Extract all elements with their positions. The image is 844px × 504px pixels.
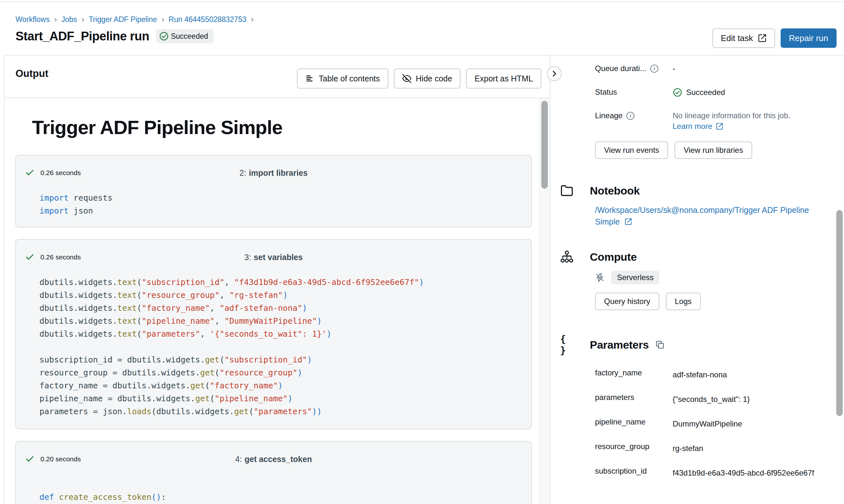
braces-icon: { } bbox=[560, 334, 574, 356]
status-badge-label: Succeeded bbox=[171, 32, 208, 41]
repair-run-label: Repair run bbox=[789, 33, 828, 43]
parameters-section-header: { } Parameters bbox=[560, 334, 835, 356]
cell-code: import requestsimport json bbox=[16, 192, 531, 228]
external-link-icon bbox=[624, 218, 632, 226]
check-circle-icon bbox=[673, 88, 682, 97]
compute-section-header: Compute bbox=[560, 250, 835, 264]
cell-code: def create_access_token(): """ bbox=[16, 491, 531, 504]
toc-label: Table of contents bbox=[319, 74, 380, 83]
breadcrumb-separator: › bbox=[162, 15, 164, 24]
cell-number: 2: bbox=[240, 168, 246, 177]
parameters-section-title: Parameters bbox=[590, 339, 649, 351]
repair-run-button[interactable]: Repair run bbox=[781, 29, 837, 48]
table-of-contents-button[interactable]: Table of contents bbox=[297, 69, 389, 89]
cell-title-text: get access_token bbox=[244, 454, 312, 464]
lineage-row: Lineage No lineage information for this … bbox=[595, 110, 835, 131]
breadcrumb-run-id[interactable]: Run 464455028832753 bbox=[169, 15, 246, 24]
serverless-badge: Serverless bbox=[611, 271, 659, 284]
info-icon[interactable] bbox=[626, 112, 635, 120]
collapse-panel-button[interactable] bbox=[547, 66, 562, 81]
status-label: Status bbox=[595, 88, 617, 96]
view-run-libraries-button[interactable]: View run libraries bbox=[674, 142, 752, 159]
parameter-value: DummyWaitPipeline bbox=[673, 416, 742, 430]
parameter-row: parameters {"seconds_to_wait": 1} bbox=[595, 392, 835, 406]
serverless-bolt-off-icon bbox=[595, 273, 605, 282]
view-run-libraries-label: View run libraries bbox=[684, 146, 743, 155]
query-history-button[interactable]: Query history bbox=[595, 293, 659, 310]
hide-code-label: Hide code bbox=[416, 74, 452, 83]
cell-title: 3:set variables bbox=[16, 253, 531, 262]
notebook-title: Trigger ADF Pipeline Simple bbox=[32, 116, 539, 139]
eye-off-icon bbox=[402, 74, 411, 83]
cell-title: 4:get access_token bbox=[16, 454, 531, 464]
compute-section-title: Compute bbox=[590, 251, 637, 263]
breadcrumb: Workflows › Jobs › Trigger ADF Pipeline … bbox=[16, 15, 844, 24]
output-panel: Output Table of contents bbox=[4, 56, 550, 504]
status-value: Succeeded bbox=[686, 88, 725, 97]
info-icon[interactable] bbox=[650, 65, 658, 73]
notebook-cell-get-access-token: 0.20 seconds 4:get access_token def crea… bbox=[15, 441, 532, 504]
run-header: Workflows › Jobs › Trigger ADF Pipeline … bbox=[4, 2, 844, 56]
export-html-label: Export as HTML bbox=[475, 74, 533, 83]
list-icon bbox=[305, 74, 314, 83]
folder-icon bbox=[560, 184, 574, 197]
learn-more-link[interactable]: Learn more bbox=[673, 122, 712, 131]
cell-number: 3: bbox=[244, 253, 251, 262]
notebook-scrollbar-track[interactable] bbox=[539, 98, 550, 504]
breadcrumb-job-name[interactable]: Trigger ADF Pipeline bbox=[89, 15, 157, 24]
parameter-value: {"seconds_to_wait": 1} bbox=[673, 392, 750, 406]
parameter-row: subscription_id f43d1b9d-e6a3-49d5-abcd-… bbox=[595, 465, 835, 480]
notebook-section-header: Notebook bbox=[560, 184, 835, 197]
export-html-button[interactable]: Export as HTML bbox=[466, 69, 541, 89]
parameter-key: pipeline_name bbox=[595, 417, 645, 427]
parameter-value: f43d1b9d-e6a3-49d5-abcd-6f952ee6e67f bbox=[673, 465, 814, 480]
parameter-key: parameters bbox=[595, 393, 634, 402]
breadcrumb-separator: › bbox=[54, 15, 57, 24]
lineage-message: No lineage information for this job. bbox=[673, 111, 790, 120]
logs-button[interactable]: Logs bbox=[666, 293, 701, 310]
notebook-section-title: Notebook bbox=[590, 184, 640, 197]
cell-number: 4: bbox=[235, 454, 242, 464]
queue-duration-row: Queue durati... - bbox=[595, 63, 835, 76]
parameter-value: adf-stefan-nona bbox=[673, 367, 727, 381]
main-content: Output Table of contents bbox=[0, 56, 844, 504]
sitemap-icon bbox=[560, 250, 574, 264]
page-title: Start_ADF_Pipeline run bbox=[16, 30, 149, 43]
parameter-key: factory_name bbox=[595, 368, 642, 377]
page-scrollbar-thumb[interactable] bbox=[836, 210, 843, 416]
output-heading: Output bbox=[16, 68, 49, 79]
parameter-value: rg-stefan bbox=[673, 441, 703, 455]
breadcrumb-separator: › bbox=[82, 15, 84, 24]
external-link-icon bbox=[758, 34, 767, 43]
parameters-table: factory_name adf-stefan-nona parameters … bbox=[560, 367, 835, 480]
parameter-key: subscription_id bbox=[595, 467, 647, 475]
notebook-output: Trigger ADF Pipeline Simple 0.26 seconds… bbox=[4, 98, 539, 504]
view-run-events-label: View run events bbox=[604, 146, 659, 155]
hide-code-button[interactable]: Hide code bbox=[394, 69, 461, 89]
notebook-scrollbar-thumb[interactable] bbox=[541, 101, 548, 189]
cell-title: 2:import libraries bbox=[16, 168, 531, 178]
check-circle-icon bbox=[159, 31, 169, 41]
breadcrumb-workflows[interactable]: Workflows bbox=[16, 15, 50, 24]
external-link-icon bbox=[716, 123, 723, 130]
breadcrumb-jobs[interactable]: Jobs bbox=[62, 15, 77, 24]
parameter-key: resource_group bbox=[595, 442, 649, 451]
parameter-row: pipeline_name DummyWaitPipeline bbox=[595, 416, 835, 430]
status-badge: Succeeded bbox=[156, 29, 213, 43]
copy-icon[interactable] bbox=[655, 340, 665, 349]
edit-task-label: Edit task bbox=[721, 33, 753, 43]
parameter-row: resource_group rg-stefan bbox=[595, 441, 835, 455]
view-run-events-button[interactable]: View run events bbox=[595, 142, 668, 159]
parameter-row: factory_name adf-stefan-nona bbox=[595, 367, 835, 381]
run-details-sidebar: Queue durati... - Status Succeeded Linea… bbox=[551, 56, 835, 504]
output-toolbar: Output Table of contents bbox=[4, 56, 550, 98]
lineage-label: Lineage bbox=[595, 111, 622, 120]
cell-code: dbutils.widgets.text("subscription_id", … bbox=[16, 276, 531, 429]
chevron-right-icon bbox=[550, 70, 558, 78]
cell-title-text: set variables bbox=[254, 253, 303, 262]
status-row: Status Succeeded bbox=[595, 86, 835, 99]
notebook-cell-import-libraries: 0.26 seconds 2:import libraries import r… bbox=[15, 155, 532, 228]
queue-duration-value: - bbox=[673, 63, 675, 73]
edit-task-button[interactable]: Edit task bbox=[712, 29, 775, 48]
query-history-label: Query history bbox=[604, 297, 650, 306]
